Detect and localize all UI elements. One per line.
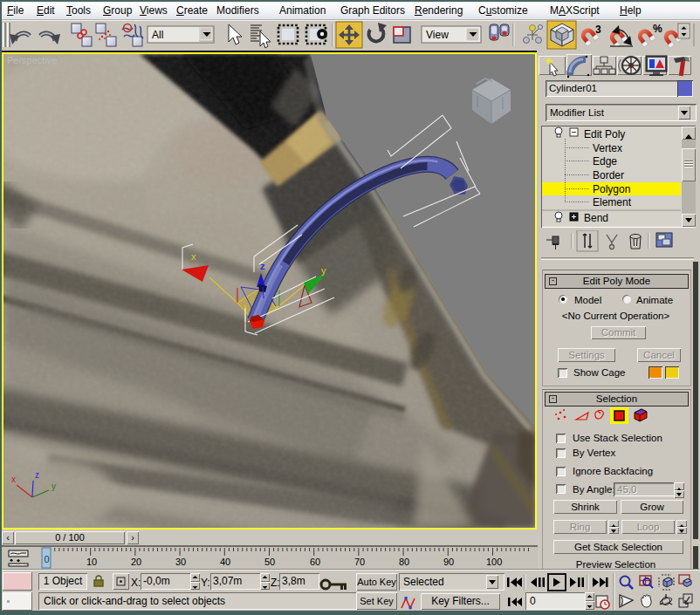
svg-text:y: y (321, 265, 326, 276)
svg-text:%: % (653, 23, 662, 35)
svg-text:50: 50 (264, 557, 275, 567)
svg-text:30: 30 (175, 557, 186, 567)
svg-text:90: 90 (443, 557, 454, 567)
svg-text:3: 3 (595, 24, 601, 36)
svg-text:40: 40 (220, 557, 230, 567)
svg-text:x: x (11, 475, 16, 484)
svg-text:Edge: Edge (593, 155, 617, 167)
svg-text:Element: Element (593, 196, 632, 208)
svg-text:70: 70 (354, 557, 365, 567)
svg-text:z: z (260, 261, 265, 271)
svg-text:View: View (426, 29, 449, 41)
svg-text:Bend: Bend (584, 212, 608, 224)
svg-text:80: 80 (399, 557, 409, 567)
svg-text:y: y (51, 482, 56, 491)
svg-text:100: 100 (486, 557, 502, 567)
svg-text:10: 10 (86, 557, 97, 567)
svg-text:Perspective: Perspective (7, 55, 57, 65)
svg-text:z: z (35, 470, 39, 480)
svg-text:0: 0 (45, 554, 50, 564)
svg-text:Polygon: Polygon (593, 183, 630, 195)
svg-text:Vertex: Vertex (593, 142, 622, 154)
svg-text:60: 60 (310, 557, 320, 567)
svg-text:20: 20 (131, 557, 141, 567)
svg-text:Edit Poly: Edit Poly (584, 128, 625, 140)
svg-text:x: x (191, 251, 196, 262)
svg-text:All: All (152, 29, 163, 41)
svg-text:Border: Border (593, 169, 624, 181)
